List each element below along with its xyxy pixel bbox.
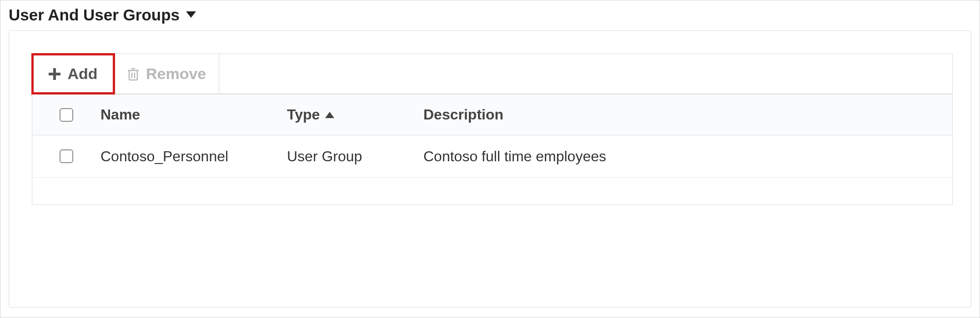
- svg-rect-2: [49, 73, 60, 75]
- table-empty-space: [32, 177, 952, 204]
- toolbar: Add Remove: [32, 54, 953, 94]
- svg-marker-0: [186, 11, 196, 18]
- panel-body: Add Remove: [9, 30, 971, 308]
- column-header-description[interactable]: Description: [423, 106, 952, 123]
- column-header-type-label: Type: [287, 106, 320, 123]
- user-groups-panel: User And User Groups Add: [0, 0, 980, 318]
- select-all-checkbox[interactable]: [60, 108, 73, 122]
- plus-icon: [48, 68, 61, 80]
- svg-marker-8: [325, 112, 334, 118]
- user-groups-table: Name Type Description Contoso_Personnel: [32, 94, 953, 205]
- svg-rect-3: [129, 70, 137, 80]
- chevron-down-icon: [186, 11, 196, 19]
- row-type: User Group: [287, 148, 423, 165]
- remove-button[interactable]: Remove: [114, 54, 219, 94]
- sort-ascending-icon: [325, 112, 334, 118]
- column-header-description-label: Description: [423, 106, 503, 123]
- column-header-name-label: Name: [101, 106, 140, 123]
- remove-button-label: Remove: [146, 65, 206, 83]
- add-button[interactable]: Add: [32, 54, 114, 94]
- row-checkbox[interactable]: [60, 149, 73, 163]
- table-row[interactable]: Contoso_Personnel User Group Contoso ful…: [32, 135, 952, 177]
- add-button-label: Add: [67, 65, 97, 83]
- row-description: Contoso full time employees: [423, 148, 952, 165]
- trash-icon: [127, 67, 140, 81]
- section-header[interactable]: User And User Groups: [9, 5, 971, 30]
- row-checkbox-cell: [32, 149, 101, 163]
- section-title: User And User Groups: [9, 6, 180, 24]
- column-header-name[interactable]: Name: [101, 106, 287, 123]
- column-header-type[interactable]: Type: [287, 106, 423, 123]
- table-header-row: Name Type Description: [32, 94, 952, 135]
- row-name: Contoso_Personnel: [101, 148, 287, 165]
- header-checkbox-cell: [32, 108, 101, 122]
